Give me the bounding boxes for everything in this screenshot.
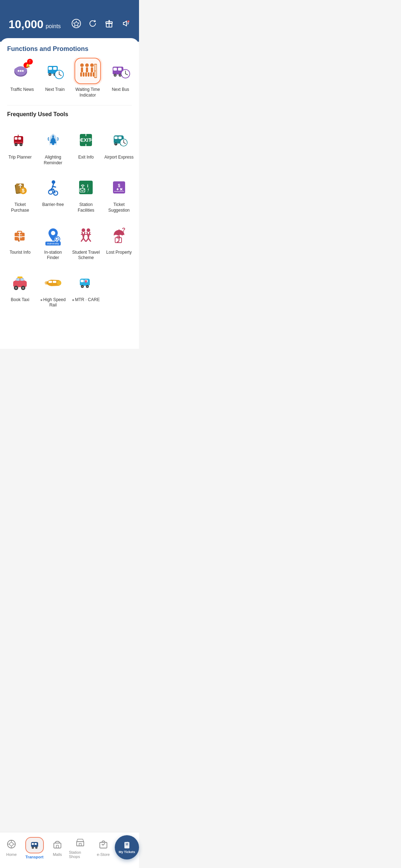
svg-rect-64 [52,135,54,138]
svg-point-46 [114,74,116,76]
svg-rect-42 [113,68,117,71]
ticket-suggestion-icon: $ [107,176,131,199]
next-train-label: Next Train [45,87,65,93]
svg-point-124 [15,287,17,289]
svg-point-34 [90,63,94,67]
svg-point-9 [23,68,27,72]
traffic-news-badge: ! [27,59,33,64]
scroll-item-next-bus[interactable]: Next Bus [106,58,135,98]
svg-rect-105 [18,240,20,242]
airport-express-label: Airport Express [104,155,134,160]
tools-title: Frequently Used Tools [0,109,139,123]
svg-point-91 [82,187,83,188]
functions-scroll-row: 🔔 ! Traffic News [0,58,139,104]
svg-point-128 [57,280,61,285]
tool-tourist-info[interactable]: Tourist Info [4,218,37,266]
ticket-purchase-label: Ticket Purchase [5,202,35,213]
tool-station-facilities[interactable]: i Station Facilities [70,171,103,218]
tool-alighting-reminder[interactable]: Alighting Reminder [37,123,70,171]
refresh-icon[interactable] [88,19,98,31]
svg-rect-17 [53,67,57,70]
svg-rect-122 [20,278,24,281]
tool-high-speed-rail[interactable]: ■ High Speed Rail [37,266,70,313]
svg-rect-129 [48,281,52,283]
tool-ticket-suggestion[interactable]: $ Ticket Suggestion [103,171,136,218]
next-train-icon [45,61,65,81]
svg-rect-16 [48,67,52,70]
alighting-reminder-icon [41,128,65,152]
scroll-item-waiting-time[interactable]: Waiting Time Indicator [73,58,103,98]
trip-planner-label: Trip Planner [9,155,32,160]
svg-point-114 [82,228,85,232]
scroll-item-next-train[interactable]: Next Train [40,58,70,98]
book-taxi-label: Book Taxi [11,297,29,303]
tool-instation-finder[interactable]: Admiralty In-station Finder [37,218,70,266]
svg-point-60 [20,144,22,145]
station-facilities-icon: i [74,176,98,199]
svg-rect-130 [53,281,56,283]
tool-ticket-purchase[interactable]: $ Ticket Purchase [4,171,37,218]
svg-rect-109 [20,237,22,238]
svg-point-30 [85,63,89,67]
gift-icon[interactable] [104,19,114,31]
exit-info-label: Exit Info [78,155,94,160]
next-train-icon-wrap [42,58,68,84]
svg-rect-54 [18,137,21,140]
svg-rect-121 [16,278,20,281]
traffic-news-icon-wrap: 🔔 ! [9,58,35,84]
svg-rect-27 [81,67,83,72]
svg-text:?: ? [122,227,125,233]
tool-exit-info[interactable]: EXIT Exit Info [70,123,103,171]
svg-rect-56 [14,142,23,143]
high-speed-rail-label: ■ High Speed Rail [38,297,68,308]
svg-rect-29 [83,72,84,77]
tool-airport-express[interactable]: Airport Express [103,123,136,171]
tool-student-travel[interactable]: Student Travel Scheme [70,218,103,266]
svg-rect-72 [114,136,118,139]
svg-text:$: $ [118,183,120,188]
svg-rect-32 [85,72,87,77]
points-number: 10,000 [9,18,43,31]
tool-book-taxi[interactable]: Book Taxi [4,266,37,313]
tourist-info-label: Tourist Info [10,250,31,255]
instation-finder-label: In-station Finder [38,250,68,261]
exit-info-icon: EXIT [74,128,98,152]
functions-title: Functions and Promotions [0,45,139,58]
svg-point-26 [80,63,84,67]
svg-point-8 [14,68,19,72]
svg-rect-73 [118,136,122,139]
high-speed-rail-icon [41,271,65,294]
svg-point-87 [52,180,55,184]
svg-rect-31 [86,67,88,72]
tool-lost-property[interactable]: ? Lost Property [103,218,136,266]
ticket-purchase-icon: $ [8,176,32,199]
svg-rect-43 [118,68,122,71]
svg-point-48 [119,74,121,76]
svg-point-12 [22,70,24,72]
svg-point-126 [22,287,24,289]
header-icons: ★ [71,19,130,31]
scroll-item-traffic-news[interactable]: 🔔 ! Traffic News [7,58,37,98]
student-travel-icon [74,223,98,247]
svg-rect-108 [18,237,20,238]
barrier-free-label: Barrier-free [42,202,64,208]
tool-mtr-care[interactable]: ■ MTR · CARE [70,266,103,313]
svg-rect-107 [20,234,22,235]
svg-point-89 [53,191,58,195]
megaphone-icon[interactable]: ★ [120,19,130,31]
tool-trip-planner[interactable]: Trip Planner [4,123,37,171]
tourist-info-icon [8,223,32,247]
next-bus-icon-wrap [107,58,134,84]
tool-barrier-free[interactable]: Barrier-free [37,171,70,218]
star-icon[interactable] [71,19,81,31]
svg-point-11 [20,70,22,72]
lost-property-icon: ? [107,223,131,247]
next-bus-icon [110,61,130,81]
svg-point-0 [72,19,81,28]
main-content: Functions and Promotions [0,38,139,349]
svg-text:i: i [87,183,88,188]
alighting-reminder-label: Alighting Reminder [38,155,68,166]
admiralty-badge: Admiralty [45,242,61,246]
mtr-care-icon [74,271,98,294]
svg-text:$: $ [22,188,25,193]
